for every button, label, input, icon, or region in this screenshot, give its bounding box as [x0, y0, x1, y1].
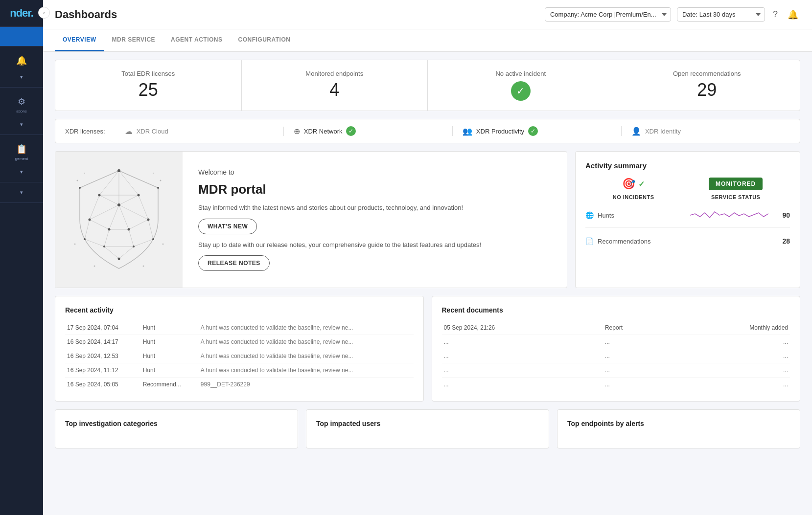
svg-point-32: [103, 246, 105, 247]
cloud-icon: ☁: [125, 127, 133, 136]
xdr-productivity-item: 👥 XDR Productivity ✓: [453, 126, 622, 136]
table-row[interactable]: ... ... ...: [442, 363, 790, 378]
doc-date-1: 05 Sep 2024, 21:26: [442, 321, 603, 335]
bottom-grid: Top investigation categories Top impacte…: [55, 409, 800, 448]
table-row[interactable]: 05 Sep 2024, 21:26 Report Monthly added: [442, 321, 790, 335]
svg-point-45: [94, 266, 95, 267]
monitored-badge: MONITORED: [709, 178, 763, 190]
sidebar-management-section: ⚙ ations ▾: [0, 88, 43, 135]
help-button[interactable]: ?: [771, 7, 780, 22]
sidebar-management2-chevron[interactable]: ▾: [0, 166, 43, 178]
activity-desc-2: A hunt was conducted to validate the bas…: [199, 335, 414, 349]
stat-recommendations: Open recommendations 29: [614, 60, 800, 111]
tab-configuration[interactable]: CONFIGURATION: [231, 29, 299, 51]
activity-date-5: 16 Sep 2024, 05:05: [65, 378, 141, 392]
shield-svg: [70, 166, 168, 273]
table-row[interactable]: ... ... ...: [442, 349, 790, 363]
svg-point-33: [133, 246, 135, 247]
tab-mdr-service[interactable]: MDR SERVICE: [104, 29, 163, 51]
svg-point-46: [143, 266, 144, 267]
doc-type-2: ...: [603, 335, 666, 349]
doc-date-5: ...: [442, 378, 603, 392]
activity-desc-1: A hunt was conducted to validate the bas…: [199, 321, 414, 335]
company-selector[interactable]: Company: Acme Corp |Premium/En...: [545, 7, 671, 22]
table-row[interactable]: 16 Sep 2024, 12:53 Hunt A hunt was condu…: [65, 349, 414, 363]
activity-desc-4: A hunt was conducted to validate the bas…: [199, 363, 414, 378]
bell-icon: 🔔: [16, 55, 27, 66]
recent-row: Recent activity 17 Sep 2024, 07:04 Hunt …: [55, 296, 800, 402]
table-row[interactable]: 16 Sep 2024, 05:05 Recommend... 999__DET…: [65, 378, 414, 392]
activity-title: Activity summary: [585, 161, 790, 170]
whats-new-button[interactable]: WHAT'S NEW: [198, 219, 257, 234]
sidebar-bottom-chevron[interactable]: ▾: [0, 186, 43, 199]
activity-metrics: 🌐 Hunts 90 📄 Recommendations 2: [585, 208, 790, 248]
sidebar-notifications-chevron[interactable]: ▾: [0, 71, 43, 83]
stats-row: Total EDR licenses 25 Monitored endpoint…: [55, 60, 800, 111]
top-impacted-users-card: Top impacted users: [306, 409, 549, 448]
doc-tag-4: ...: [666, 363, 790, 378]
svg-line-11: [119, 205, 129, 229]
table-row[interactable]: 17 Sep 2024, 07:04 Hunt A hunt was condu…: [65, 321, 414, 335]
doc-type-3: ...: [603, 349, 666, 363]
recommendations-value: 28: [782, 237, 790, 245]
table-row[interactable]: 16 Sep 2024, 14:17 Hunt A hunt was condu…: [65, 335, 414, 349]
main-area: Dashboards Company: Acme Corp |Premium/E…: [43, 0, 812, 515]
welcome-desc2: Stay up to date with our release notes, …: [198, 240, 481, 250]
incidents-check: ✓: [638, 179, 645, 189]
shield-illustration: [55, 152, 183, 288]
sidebar-item-management2[interactable]: 📋 gement: [0, 139, 43, 166]
svg-line-5: [99, 195, 119, 205]
svg-point-27: [117, 203, 120, 206]
date-selector[interactable]: Date: Last 30 days: [677, 7, 765, 22]
activity-incidents-item: 🎯 ✓ NO INCIDENTS: [613, 178, 654, 200]
welcome-title: MDR portal: [198, 182, 481, 197]
tab-agent-actions[interactable]: AGENT ACTIONS: [163, 29, 230, 51]
logo-text: nder.: [10, 7, 33, 19]
xdr-cloud-item: ☁ XDR Cloud: [115, 127, 284, 136]
sidebar-bottom-section: ▾: [0, 182, 43, 203]
activity-summary-card: Activity summary 🎯 ✓ NO INCIDENTS MONITO…: [575, 151, 800, 288]
xdr-network-item: ⊕ XDR Network ✓: [284, 126, 453, 136]
xdr-label: XDR licenses:: [65, 128, 105, 135]
xdr-network-label: XDR Network: [304, 128, 343, 135]
activity-type-4: Hunt: [141, 363, 199, 378]
xdr-productivity-check: ✓: [528, 126, 538, 136]
release-notes-button[interactable]: RELEASE NOTES: [198, 255, 270, 271]
sidebar-management-chevron[interactable]: ▾: [0, 118, 43, 131]
table-row[interactable]: 16 Sep 2024, 11:12 Hunt A hunt was condu…: [65, 363, 414, 378]
svg-line-6: [139, 195, 148, 220]
stat-rec-value: 29: [697, 81, 717, 99]
recommendations-icon: 📄: [585, 237, 594, 245]
svg-point-34: [118, 258, 120, 260]
top-investigation-title: Top investigation categories: [65, 420, 288, 427]
activity-desc-3: A hunt was conducted to validate the bas…: [199, 349, 414, 363]
table-row[interactable]: ... ... ...: [442, 378, 790, 392]
tab-overview[interactable]: OVERVIEW: [55, 29, 104, 51]
activity-desc-5: 999__DET-236229: [199, 378, 414, 392]
notification-button[interactable]: 🔔: [786, 7, 800, 22]
incidents-icon-row: 🎯 ✓: [622, 178, 645, 190]
recent-activity-title: Recent activity: [65, 306, 414, 314]
welcome-desc1: Stay informed with the latest news and s…: [198, 203, 481, 213]
sidebar-item-label-management: ations: [16, 109, 26, 113]
activity-type-1: Hunt: [141, 321, 199, 335]
activity-date-4: 16 Sep 2024, 11:12: [65, 363, 141, 378]
mid-row: Welcome to MDR portal Stay informed with…: [55, 151, 800, 288]
productivity-icon: 👥: [463, 127, 472, 136]
sidebar-toggle-button[interactable]: ‹: [38, 7, 50, 19]
stat-edr-licenses: Total EDR licenses 25: [55, 60, 242, 111]
stat-incident-label: No active incident: [495, 70, 546, 77]
sidebar-item-management[interactable]: ⚙ ations: [0, 91, 43, 118]
hunts-label: Hunts: [598, 212, 686, 219]
xdr-network-check: ✓: [346, 126, 356, 136]
xdr-cloud-label: XDR Cloud: [137, 128, 168, 135]
header: Dashboards Company: Acme Corp |Premium/E…: [43, 0, 812, 29]
incidents-label: NO INCIDENTS: [613, 194, 654, 200]
table-row[interactable]: ... ... ...: [442, 335, 790, 349]
doc-type-1: Report: [603, 321, 666, 335]
doc-type-4: ...: [603, 363, 666, 378]
top-investigation-card: Top investigation categories: [55, 409, 298, 448]
header-controls: Company: Acme Corp |Premium/En... Date: …: [545, 7, 800, 22]
svg-point-29: [147, 219, 150, 221]
sidebar-item-notifications[interactable]: 🔔: [0, 50, 43, 71]
